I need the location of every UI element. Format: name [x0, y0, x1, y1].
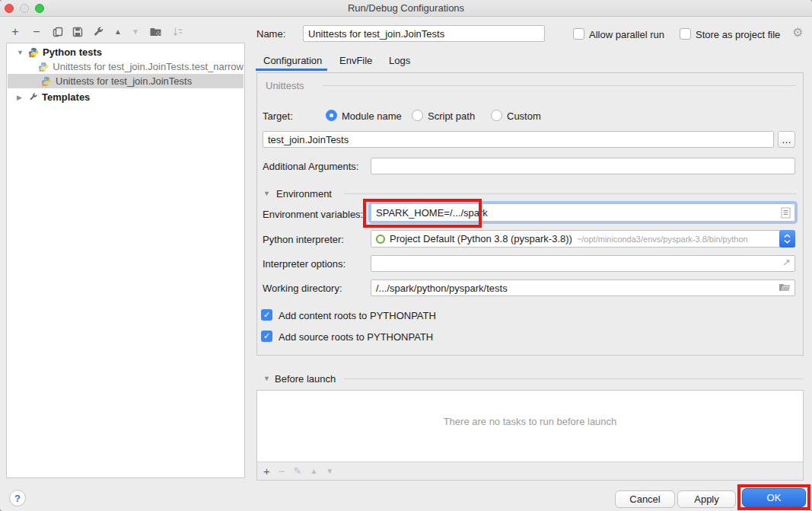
- dialog-title: Run/Debug Configurations: [0, 0, 812, 17]
- python-tests-icon: [28, 47, 39, 58]
- zoom-icon[interactable]: [35, 4, 44, 13]
- add-configuration-button[interactable]: +: [8, 24, 23, 40]
- tree-item-python-tests[interactable]: ▼ Python tests: [8, 45, 244, 59]
- save-configuration-icon[interactable]: [70, 25, 85, 39]
- copy-configuration-icon[interactable]: [50, 25, 65, 39]
- additional-arguments-label: Additional Arguments:: [263, 161, 358, 172]
- additional-arguments-input[interactable]: [371, 158, 795, 174]
- interpreter-options-input[interactable]: [371, 255, 795, 272]
- name-input[interactable]: [303, 25, 545, 42]
- move-up-button[interactable]: ▲: [111, 26, 125, 38]
- environment-variables-value: SPARK_HOME=/.../spark: [376, 207, 488, 219]
- active-tab-underline: [256, 69, 327, 71]
- before-launch-panel: There are no tasks to run before launch …: [256, 390, 804, 481]
- env-vars-list-icon[interactable]: [781, 207, 791, 219]
- interpreter-dropdown-stepper[interactable]: [779, 230, 795, 248]
- tab-envfile[interactable]: EnvFile: [339, 55, 372, 66]
- radio-custom[interactable]: [491, 110, 502, 121]
- target-input[interactable]: [263, 131, 774, 148]
- move-task-down-button: ▼: [326, 465, 333, 477]
- check-icon: ✓: [263, 331, 270, 340]
- content-roots-label: Add content roots to PYTHONPATH: [279, 310, 436, 321]
- add-task-button[interactable]: +: [263, 465, 270, 477]
- tab-logs[interactable]: Logs: [389, 55, 410, 66]
- source-roots-label: Add source roots to PYTHONPATH: [279, 331, 433, 343]
- environment-collapse-icon[interactable]: ▼: [263, 190, 270, 197]
- before-launch-empty-message: There are no tasks to run before launch: [257, 416, 803, 427]
- chevron-right-icon[interactable]: ▶: [17, 94, 24, 101]
- tree-item-label: Unittests for test_join.JoinTests: [56, 75, 192, 87]
- check-icon: ✓: [263, 310, 270, 319]
- tree-item-label: Unittests for test_join.JoinTests.test_n…: [53, 61, 244, 72]
- interpreter-path: ~/opt/miniconda3/envs/pyspark-3.8/bin/py…: [577, 235, 748, 244]
- working-directory-value: /.../spark/python/pyspark/tests: [376, 283, 508, 294]
- sort-configurations-icon: [170, 25, 186, 39]
- python-interpreter-label: Python interpreter:: [263, 234, 344, 245]
- environment-separator: [344, 193, 796, 194]
- interpreter-env-icon: [376, 235, 385, 244]
- before-launch-collapse-icon[interactable]: ▼: [263, 375, 270, 382]
- store-as-project-file-label: Store as project file: [696, 29, 780, 40]
- radio-custom-label: Custom: [507, 110, 541, 122]
- configurations-tree: ▼ Python tests Unittests for test_join.J…: [6, 43, 245, 478]
- tree-item-label: Templates: [42, 91, 90, 103]
- minimize-icon: [20, 4, 29, 13]
- create-folder-icon[interactable]: [148, 25, 163, 39]
- before-launch-section-title: Before launch: [275, 373, 336, 385]
- interpreter-value: Project Default (Python 3.8 (pyspark-3.8…: [390, 233, 572, 244]
- group-separator: [323, 85, 796, 86]
- python-test-icon: [38, 62, 49, 72]
- expand-field-icon[interactable]: ↗: [782, 257, 791, 268]
- before-launch-separator: [344, 378, 804, 379]
- interpreter-options-label: Interpreter options:: [263, 258, 345, 270]
- help-button[interactable]: ?: [9, 490, 26, 506]
- tree-item-jointests-selected[interactable]: Unittests for test_join.JoinTests: [8, 74, 244, 88]
- templates-wrench-icon: [28, 92, 38, 102]
- run-debug-configurations-dialog: Run/Debug Configurations + − ▲ ▼ ▼ Pytho…: [0, 0, 812, 511]
- environment-section-title: Environment: [276, 188, 332, 200]
- environment-variables-input[interactable]: SPARK_HOME=/.../spark: [371, 203, 795, 222]
- allow-parallel-run-label: Allow parallel run: [589, 29, 664, 40]
- chevron-down-icon[interactable]: ▼: [17, 49, 24, 56]
- close-icon[interactable]: [5, 4, 14, 13]
- tree-item-templates[interactable]: ▶ Templates: [8, 90, 244, 104]
- name-label: Name:: [256, 28, 285, 40]
- tree-item-test-narrow[interactable]: Unittests for test_join.JoinTests.test_n…: [8, 59, 244, 74]
- move-task-up-button: ▲: [310, 465, 317, 477]
- tab-configuration[interactable]: Configuration: [263, 55, 322, 66]
- target-label: Target:: [263, 110, 293, 122]
- edit-templates-icon[interactable]: [91, 25, 106, 39]
- gear-icon: ⚙: [792, 25, 803, 40]
- store-as-project-file-checkbox[interactable]: [680, 28, 691, 40]
- source-roots-checkbox[interactable]: ✓: [261, 331, 272, 342]
- radio-script-path-label: Script path: [428, 110, 475, 122]
- ok-button[interactable]: OK: [742, 488, 806, 507]
- python-interpreter-select[interactable]: Project Default (Python 3.8 (pyspark-3.8…: [371, 230, 795, 248]
- unittests-group-title: Unittests: [266, 80, 304, 91]
- apply-button[interactable]: Apply: [677, 490, 736, 508]
- before-launch-toolbar: + − ✎ ▲ ▼: [257, 461, 803, 480]
- remove-configuration-button[interactable]: −: [29, 24, 44, 40]
- browse-target-button[interactable]: …: [778, 131, 795, 148]
- allow-parallel-run-checkbox[interactable]: [573, 28, 584, 40]
- move-down-button: ▼: [129, 26, 142, 38]
- content-roots-checkbox[interactable]: ✓: [261, 309, 272, 321]
- radio-module-name[interactable]: [326, 110, 337, 121]
- cancel-button[interactable]: Cancel: [615, 490, 675, 508]
- tree-item-label: Python tests: [43, 46, 102, 58]
- folder-icon[interactable]: [779, 283, 791, 293]
- working-directory-input[interactable]: /.../spark/python/pyspark/tests: [371, 279, 795, 296]
- edit-task-icon: ✎: [294, 465, 302, 477]
- python-test-icon: [41, 76, 52, 87]
- remove-task-button: −: [279, 465, 285, 477]
- radio-module-name-label: Module name: [342, 110, 402, 122]
- radio-script-path[interactable]: [412, 110, 423, 121]
- environment-variables-label: Environment variables:: [263, 209, 363, 220]
- working-directory-label: Working directory:: [263, 283, 342, 294]
